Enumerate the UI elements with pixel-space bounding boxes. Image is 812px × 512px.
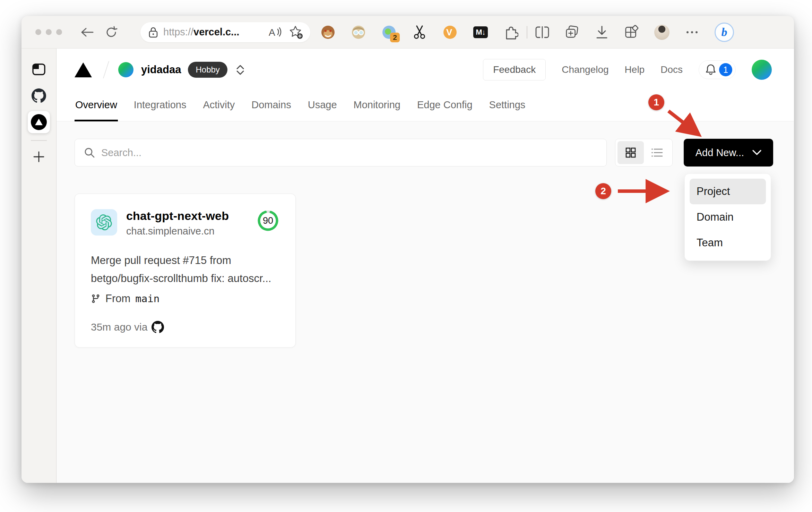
dropdown-item-team[interactable]: Team (690, 230, 766, 256)
bing-chat-icon[interactable]: b (715, 23, 734, 42)
plan-badge: Hobby (188, 62, 227, 78)
back-arrow-icon (80, 27, 94, 38)
search-input[interactable] (101, 147, 598, 159)
tab-actions-button[interactable] (28, 58, 50, 80)
dashboard-tabbar: Overview Integrations Activity Domains U… (57, 91, 794, 121)
vercel-tab-icon (31, 114, 47, 130)
svg-text:V: V (446, 27, 452, 37)
traffic-lights (35, 29, 62, 35)
list-view-icon (651, 148, 663, 157)
apps-layout-icon[interactable] (624, 25, 639, 40)
branch-prefix: From (105, 292, 130, 305)
vercel-dashboard-page: yidadaa Hobby Feedback Changelog Help Do… (57, 49, 794, 483)
tab-monitoring[interactable]: Monitoring (353, 99, 401, 121)
changelog-link[interactable]: Changelog (562, 64, 608, 75)
grid-view-button[interactable] (617, 141, 644, 164)
close-window-button[interactable] (35, 29, 41, 35)
extensions-puzzle-icon[interactable] (504, 25, 518, 40)
browser-profile-avatar[interactable] (654, 25, 670, 40)
split-screen-icon[interactable] (535, 25, 550, 40)
project-card[interactable]: chat-gpt-next-web chat.simplenaive.cn 90… (75, 194, 296, 348)
vercel-logo[interactable] (75, 62, 92, 77)
favorites-star-icon[interactable] (289, 25, 303, 39)
collections-icon[interactable] (565, 25, 579, 40)
search-icon (84, 147, 95, 158)
breadcrumb-slash (103, 61, 109, 78)
dashboard-content: Add New... (57, 121, 794, 483)
proxy-extension-icon[interactable]: 2 (382, 25, 396, 40)
search-box (75, 139, 607, 167)
scissors-extension-icon[interactable] (412, 25, 427, 40)
markdown-download-extension-icon[interactable]: M↓ (473, 25, 488, 40)
notifications-button[interactable]: 1 (699, 60, 736, 79)
github-icon (32, 88, 46, 103)
minimize-window-button[interactable] (46, 29, 52, 35)
browser-tab-vercel-active[interactable] (28, 111, 50, 133)
read-aloud-icon[interactable]: A (268, 26, 282, 38)
project-tile (91, 209, 117, 236)
docs-link[interactable]: Docs (660, 64, 683, 75)
dropdown-item-project[interactable]: Project (690, 179, 766, 204)
view-toggle (615, 139, 673, 167)
team-switcher-button[interactable] (236, 65, 244, 75)
tab-domains[interactable]: Domains (251, 99, 292, 121)
avatar-extension-icon[interactable] (351, 25, 366, 40)
extension-badge: 2 (390, 33, 400, 42)
browser-menu-icon[interactable] (685, 25, 699, 40)
tab-overview[interactable]: Overview (75, 99, 118, 121)
new-tab-button[interactable] (28, 146, 50, 168)
speed-score-value: 90 (257, 209, 279, 232)
notification-count-badge: 1 (719, 63, 732, 76)
video-helper-extension-icon[interactable]: V (443, 25, 457, 40)
browser-vertical-tabbar (21, 49, 57, 483)
dropdown-item-domain[interactable]: Domain (690, 204, 766, 230)
bell-icon (705, 64, 716, 76)
git-branch-icon (91, 294, 101, 304)
add-new-dropdown: Project Domain Team (684, 173, 771, 261)
project-domain[interactable]: chat.simplenaive.cn (126, 225, 229, 237)
team-name: yidadaa (141, 63, 181, 76)
reload-icon (105, 26, 118, 39)
toolbar-divider (527, 26, 527, 39)
tab-integrations[interactable]: Integrations (133, 99, 187, 121)
github-source-icon (152, 321, 164, 333)
toolbar-right-row: b (535, 23, 734, 42)
feedback-button[interactable]: Feedback (483, 59, 546, 80)
vercel-header: yidadaa Hobby Feedback Changelog Help Do… (57, 49, 794, 91)
grid-view-icon (625, 147, 636, 158)
openai-icon (96, 214, 112, 230)
latest-commit-message: Merge pull request #715 from betgo/bugfi… (91, 251, 279, 288)
browser-tab-github[interactable] (28, 85, 50, 107)
deploy-meta: 35m ago via (91, 321, 147, 333)
team-avatar[interactable] (118, 62, 133, 77)
address-bar[interactable]: https://vercel.c... A (140, 22, 310, 42)
plus-icon (33, 151, 45, 163)
browser-window: https://vercel.c... A (21, 16, 794, 483)
add-new-button[interactable]: Add New... (684, 139, 773, 167)
user-avatar[interactable] (752, 60, 772, 80)
tab-settings[interactable]: Settings (489, 99, 526, 121)
tab-pane-icon (32, 63, 46, 76)
reload-button[interactable] (104, 25, 118, 39)
back-button[interactable] (80, 25, 94, 39)
tab-activity[interactable]: Activity (202, 99, 235, 121)
project-name[interactable]: chat-gpt-next-web (126, 209, 229, 223)
help-link[interactable]: Help (625, 64, 645, 75)
downloads-icon[interactable] (595, 25, 609, 40)
speed-score-ring[interactable]: 90 (257, 209, 279, 232)
lock-icon (149, 27, 158, 38)
url-text: https://vercel.c... (163, 26, 239, 38)
list-view-button[interactable] (644, 141, 670, 164)
zoom-window-button[interactable] (56, 29, 62, 35)
tab-usage[interactable]: Usage (307, 99, 338, 121)
branch-name: main (135, 293, 159, 305)
svg-text:A: A (269, 27, 275, 38)
tab-edge-config[interactable]: Edge Config (416, 99, 473, 121)
tampermonkey-extension-icon[interactable] (321, 25, 335, 40)
chevron-down-icon (752, 150, 761, 155)
extension-row: 2 V M↓ (321, 25, 518, 40)
browser-toolbar: https://vercel.c... A (21, 16, 794, 49)
vertical-tab-divider (31, 140, 47, 141)
